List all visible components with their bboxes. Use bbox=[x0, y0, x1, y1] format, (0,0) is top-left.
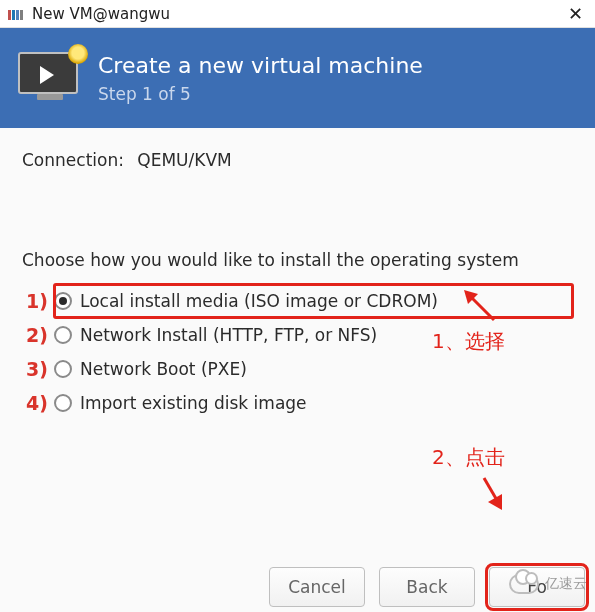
titlebar: New VM@wangwu ✕ bbox=[0, 0, 595, 28]
svg-line-6 bbox=[484, 478, 498, 502]
svg-marker-7 bbox=[488, 494, 502, 510]
connection-value: QEMU/KVM bbox=[137, 150, 231, 170]
button-row: Cancel Back Fo bbox=[0, 562, 595, 612]
annotation-click: 2、点击 bbox=[432, 444, 505, 471]
option-label: Network Boot (PXE) bbox=[80, 359, 247, 379]
header-subtitle: Step 1 of 5 bbox=[98, 84, 423, 104]
window: New VM@wangwu ✕ Create a new virtual mac… bbox=[0, 0, 595, 612]
install-prompt: Choose how you would like to install the… bbox=[22, 250, 573, 270]
cloud-icon bbox=[509, 574, 539, 594]
annotation-number: 1) bbox=[22, 290, 48, 312]
new-vm-icon bbox=[18, 52, 82, 104]
svg-rect-1 bbox=[12, 10, 15, 20]
annotation-number: 4) bbox=[22, 392, 48, 414]
annotation-number: 3) bbox=[22, 358, 48, 380]
option-network-boot[interactable]: 3) Network Boot (PXE) bbox=[54, 352, 573, 386]
option-label: Local install media (ISO image or CDROM) bbox=[80, 291, 438, 311]
svg-rect-2 bbox=[16, 10, 19, 20]
header-banner: Create a new virtual machine Step 1 of 5 bbox=[0, 28, 595, 128]
option-label: Import existing disk image bbox=[80, 393, 307, 413]
radio-icon[interactable] bbox=[54, 360, 72, 378]
radio-icon[interactable] bbox=[54, 292, 72, 310]
watermark: 亿速云 bbox=[509, 574, 587, 594]
window-title: New VM@wangwu bbox=[32, 5, 564, 23]
radio-icon[interactable] bbox=[54, 326, 72, 344]
annotation-number: 2) bbox=[22, 324, 48, 346]
arrow-icon bbox=[472, 472, 512, 512]
install-options: 1) Local install media (ISO image or CDR… bbox=[22, 284, 573, 420]
header-title: Create a new virtual machine bbox=[98, 53, 423, 78]
watermark-text: 亿速云 bbox=[545, 575, 587, 593]
back-button[interactable]: Back bbox=[379, 567, 475, 607]
option-label: Network Install (HTTP, FTP, or NFS) bbox=[80, 325, 377, 345]
cancel-button[interactable]: Cancel bbox=[269, 567, 365, 607]
connection-label: Connection: bbox=[22, 150, 124, 170]
option-network-install[interactable]: 2) Network Install (HTTP, FTP, or NFS) bbox=[54, 318, 573, 352]
svg-rect-3 bbox=[20, 10, 23, 20]
app-icon bbox=[8, 7, 24, 21]
radio-icon[interactable] bbox=[54, 394, 72, 412]
svg-rect-0 bbox=[8, 10, 11, 20]
wizard-body: Connection: QEMU/KVM Choose how you woul… bbox=[0, 128, 595, 420]
connection-row: Connection: QEMU/KVM bbox=[22, 150, 573, 170]
close-icon[interactable]: ✕ bbox=[564, 5, 587, 23]
option-import-disk[interactable]: 4) Import existing disk image bbox=[54, 386, 573, 420]
option-local-media[interactable]: 1) Local install media (ISO image or CDR… bbox=[54, 284, 573, 318]
